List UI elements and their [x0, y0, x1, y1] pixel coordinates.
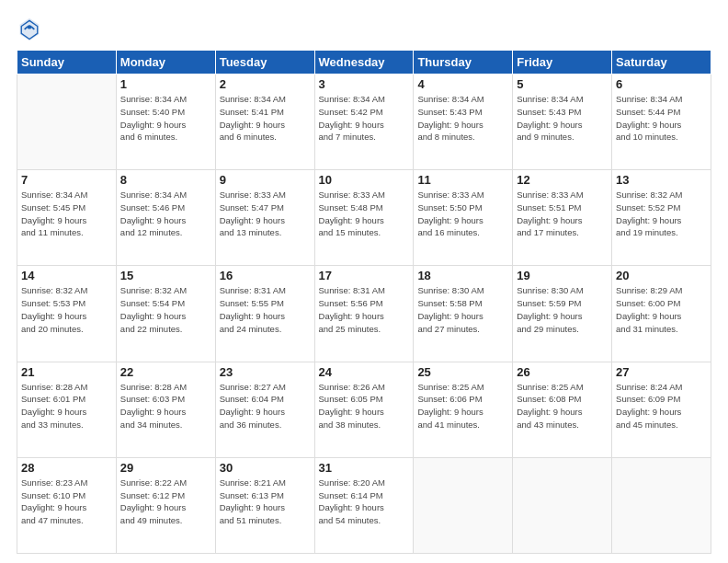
calendar-table: SundayMondayTuesdayWednesdayThursdayFrid…	[17, 50, 711, 554]
calendar-cell: 1Sunrise: 8:34 AM Sunset: 5:40 PM Daylig…	[116, 75, 215, 170]
calendar-cell: 2Sunrise: 8:34 AM Sunset: 5:41 PM Daylig…	[215, 75, 314, 170]
day-info: Sunrise: 8:34 AM Sunset: 5:45 PM Dayligh…	[21, 189, 112, 239]
calendar-cell: 27Sunrise: 8:24 AM Sunset: 6:09 PM Dayli…	[612, 362, 711, 457]
day-info: Sunrise: 8:34 AM Sunset: 5:41 PM Dayligh…	[220, 93, 311, 144]
day-info: Sunrise: 8:34 AM Sunset: 5:42 PM Dayligh…	[319, 93, 410, 144]
day-info: Sunrise: 8:31 AM Sunset: 5:56 PM Dayligh…	[319, 284, 410, 335]
calendar-cell: 31Sunrise: 8:20 AM Sunset: 6:14 PM Dayli…	[314, 457, 414, 553]
day-number: 8	[120, 173, 211, 187]
day-number: 25	[417, 365, 508, 379]
calendar-cell: 7Sunrise: 8:34 AM Sunset: 5:45 PM Daylig…	[17, 170, 117, 266]
calendar-cell: 18Sunrise: 8:30 AM Sunset: 5:58 PM Dayli…	[414, 266, 513, 362]
day-info: Sunrise: 8:20 AM Sunset: 6:14 PM Dayligh…	[319, 477, 410, 527]
day-info: Sunrise: 8:32 AM Sunset: 5:52 PM Dayligh…	[616, 189, 707, 239]
day-info: Sunrise: 8:32 AM Sunset: 5:54 PM Dayligh…	[120, 284, 211, 335]
week-row-2: 7Sunrise: 8:34 AM Sunset: 5:45 PM Daylig…	[17, 170, 711, 266]
day-number: 9	[220, 173, 311, 187]
calendar-cell: 23Sunrise: 8:27 AM Sunset: 6:04 PM Dayli…	[215, 362, 314, 457]
day-info: Sunrise: 8:25 AM Sunset: 6:06 PM Dayligh…	[417, 381, 508, 431]
day-info: Sunrise: 8:34 AM Sunset: 5:40 PM Dayligh…	[120, 93, 211, 144]
day-number: 22	[120, 365, 211, 379]
day-number: 6	[616, 77, 707, 91]
day-info: Sunrise: 8:33 AM Sunset: 5:51 PM Dayligh…	[517, 189, 608, 239]
calendar-cell	[414, 457, 513, 553]
day-number: 21	[21, 365, 112, 379]
calendar-cell: 21Sunrise: 8:28 AM Sunset: 6:01 PM Dayli…	[17, 362, 117, 457]
day-info: Sunrise: 8:33 AM Sunset: 5:48 PM Dayligh…	[319, 189, 410, 239]
day-info: Sunrise: 8:34 AM Sunset: 5:43 PM Dayligh…	[417, 93, 508, 144]
calendar-cell: 20Sunrise: 8:29 AM Sunset: 6:00 PM Dayli…	[612, 266, 711, 362]
calendar-cell: 22Sunrise: 8:28 AM Sunset: 6:03 PM Dayli…	[116, 362, 215, 457]
day-number: 30	[220, 461, 311, 475]
day-number: 15	[120, 269, 211, 282]
week-row-5: 28Sunrise: 8:23 AM Sunset: 6:10 PM Dayli…	[17, 457, 711, 553]
day-number: 18	[417, 269, 508, 282]
day-number: 1	[120, 77, 211, 91]
weekday-sunday: Sunday	[17, 51, 117, 75]
calendar-cell: 15Sunrise: 8:32 AM Sunset: 5:54 PM Dayli…	[116, 266, 215, 362]
day-info: Sunrise: 8:32 AM Sunset: 5:53 PM Dayligh…	[21, 284, 112, 335]
day-number: 13	[616, 173, 707, 187]
day-info: Sunrise: 8:28 AM Sunset: 6:01 PM Dayligh…	[21, 381, 112, 431]
day-number: 26	[517, 365, 608, 379]
day-info: Sunrise: 8:30 AM Sunset: 5:59 PM Dayligh…	[517, 284, 608, 335]
day-info: Sunrise: 8:33 AM Sunset: 5:47 PM Dayligh…	[220, 189, 311, 239]
day-info: Sunrise: 8:34 AM Sunset: 5:44 PM Dayligh…	[616, 93, 707, 144]
calendar-cell: 30Sunrise: 8:21 AM Sunset: 6:13 PM Dayli…	[215, 457, 314, 553]
day-info: Sunrise: 8:34 AM Sunset: 5:46 PM Dayligh…	[120, 189, 211, 239]
weekday-friday: Friday	[513, 51, 612, 75]
calendar-cell: 6Sunrise: 8:34 AM Sunset: 5:44 PM Daylig…	[612, 75, 711, 170]
calendar-cell: 4Sunrise: 8:34 AM Sunset: 5:43 PM Daylig…	[414, 75, 513, 170]
page: SundayMondayTuesdayWednesdayThursdayFrid…	[0, 0, 728, 563]
day-info: Sunrise: 8:33 AM Sunset: 5:50 PM Dayligh…	[417, 189, 508, 239]
day-info: Sunrise: 8:21 AM Sunset: 6:13 PM Dayligh…	[220, 477, 311, 527]
calendar-cell: 16Sunrise: 8:31 AM Sunset: 5:55 PM Dayli…	[215, 266, 314, 362]
calendar-cell: 19Sunrise: 8:30 AM Sunset: 5:59 PM Dayli…	[513, 266, 612, 362]
day-number: 28	[21, 461, 112, 475]
day-info: Sunrise: 8:26 AM Sunset: 6:05 PM Dayligh…	[319, 381, 410, 431]
day-info: Sunrise: 8:27 AM Sunset: 6:04 PM Dayligh…	[220, 381, 311, 431]
svg-marker-0	[20, 18, 40, 41]
day-info: Sunrise: 8:24 AM Sunset: 6:09 PM Dayligh…	[616, 381, 707, 431]
svg-point-2	[28, 25, 31, 29]
day-info: Sunrise: 8:29 AM Sunset: 6:00 PM Dayligh…	[616, 284, 707, 335]
logo	[17, 17, 46, 42]
day-info: Sunrise: 8:25 AM Sunset: 6:08 PM Dayligh…	[517, 381, 608, 431]
calendar-cell: 3Sunrise: 8:34 AM Sunset: 5:42 PM Daylig…	[314, 75, 414, 170]
calendar-cell: 10Sunrise: 8:33 AM Sunset: 5:48 PM Dayli…	[314, 170, 414, 266]
week-row-4: 21Sunrise: 8:28 AM Sunset: 6:01 PM Dayli…	[17, 362, 711, 457]
calendar-cell: 28Sunrise: 8:23 AM Sunset: 6:10 PM Dayli…	[17, 457, 117, 553]
day-number: 14	[21, 269, 112, 282]
day-info: Sunrise: 8:34 AM Sunset: 5:43 PM Dayligh…	[517, 93, 608, 144]
day-number: 17	[319, 269, 410, 282]
day-number: 5	[517, 77, 608, 91]
calendar-cell: 17Sunrise: 8:31 AM Sunset: 5:56 PM Dayli…	[314, 266, 414, 362]
weekday-thursday: Thursday	[414, 51, 513, 75]
calendar-cell: 5Sunrise: 8:34 AM Sunset: 5:43 PM Daylig…	[513, 75, 612, 170]
weekday-monday: Monday	[116, 51, 215, 75]
calendar-cell: 8Sunrise: 8:34 AM Sunset: 5:46 PM Daylig…	[116, 170, 215, 266]
calendar-cell	[513, 457, 612, 553]
day-number: 31	[319, 461, 410, 475]
calendar-cell	[612, 457, 711, 553]
day-info: Sunrise: 8:31 AM Sunset: 5:55 PM Dayligh…	[220, 284, 311, 335]
calendar-cell: 13Sunrise: 8:32 AM Sunset: 5:52 PM Dayli…	[612, 170, 711, 266]
header	[17, 17, 711, 42]
day-info: Sunrise: 8:23 AM Sunset: 6:10 PM Dayligh…	[21, 477, 112, 527]
day-number: 12	[517, 173, 608, 187]
calendar-cell	[17, 75, 117, 170]
day-info: Sunrise: 8:30 AM Sunset: 5:58 PM Dayligh…	[417, 284, 508, 335]
calendar-cell: 24Sunrise: 8:26 AM Sunset: 6:05 PM Dayli…	[314, 362, 414, 457]
calendar-cell: 11Sunrise: 8:33 AM Sunset: 5:50 PM Dayli…	[414, 170, 513, 266]
calendar-cell: 26Sunrise: 8:25 AM Sunset: 6:08 PM Dayli…	[513, 362, 612, 457]
day-number: 2	[220, 77, 311, 91]
week-row-3: 14Sunrise: 8:32 AM Sunset: 5:53 PM Dayli…	[17, 266, 711, 362]
logo-icon	[17, 17, 42, 42]
day-number: 24	[319, 365, 410, 379]
day-number: 27	[616, 365, 707, 379]
calendar-cell: 9Sunrise: 8:33 AM Sunset: 5:47 PM Daylig…	[215, 170, 314, 266]
calendar-cell: 14Sunrise: 8:32 AM Sunset: 5:53 PM Dayli…	[17, 266, 117, 362]
day-number: 10	[319, 173, 410, 187]
calendar-cell: 25Sunrise: 8:25 AM Sunset: 6:06 PM Dayli…	[414, 362, 513, 457]
weekday-saturday: Saturday	[612, 51, 711, 75]
